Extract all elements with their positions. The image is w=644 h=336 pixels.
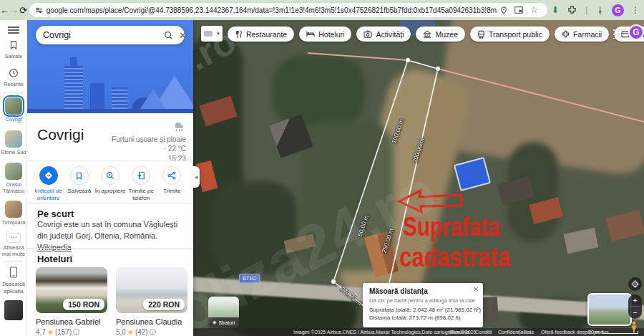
terms-link[interactable]: Condiții xyxy=(475,328,492,336)
location-pin-icon[interactable] xyxy=(500,6,507,14)
pip-icon[interactable] xyxy=(514,6,523,14)
share-button[interactable]: Trimite xyxy=(157,166,187,202)
chip-transit[interactable]: Transport public xyxy=(470,27,550,42)
save-button[interactable]: Salvează xyxy=(64,166,94,202)
search-box[interactable]: ✕ xyxy=(36,26,185,44)
account-avatar[interactable]: G xyxy=(628,24,644,40)
place-title: Covrigi xyxy=(37,126,84,143)
close-icon[interactable]: ✕ xyxy=(473,286,479,293)
pegman-icon[interactable] xyxy=(629,321,639,333)
restaurant-icon xyxy=(235,30,243,39)
hotel-photo: 150 RON xyxy=(36,267,107,313)
chip-pharmacies[interactable]: Farmacii xyxy=(555,27,609,42)
forward-icon[interactable]: → xyxy=(9,5,19,16)
layers-label: Straturi xyxy=(218,320,235,325)
zoom-out-button[interactable]: − xyxy=(628,307,642,318)
review-count: (42) xyxy=(135,328,148,336)
bookmark-star-icon[interactable]: ☆ xyxy=(530,5,538,15)
rail-chip-timisoara[interactable]: Timișoara xyxy=(0,201,27,226)
privacy-link[interactable]: Confidențialitate xyxy=(498,328,534,336)
address-bar[interactable]: google.com/maps/place/Covrigi/@44.738859… xyxy=(29,3,547,17)
hamburger-icon[interactable] xyxy=(8,27,19,34)
hotel-card-claudia[interactable]: 220 RON Pensiunea Claudia 5,0 ★ (42) i xyxy=(116,267,187,336)
rail-show-more[interactable]: ⋯ Afișează mai multe xyxy=(0,233,27,258)
collapse-panel-handle[interactable]: ◂ xyxy=(192,166,200,188)
browser-toolbar: ← → ⟳ google.com/maps/place/Covrigi/@44.… xyxy=(0,0,644,20)
wikipedia-link[interactable]: Wikipedia xyxy=(37,243,72,251)
info-icon[interactable]: i xyxy=(150,329,156,335)
photo-thumbnail[interactable] xyxy=(4,300,23,320)
rail-chip-talmaciu[interactable]: Orașul Tălmaciu xyxy=(0,163,27,195)
download-update-icon[interactable]: ⬇ xyxy=(552,5,559,15)
measure-vertex[interactable] xyxy=(436,67,441,72)
search-icon[interactable] xyxy=(164,31,173,40)
reload-icon[interactable]: ⟳ xyxy=(19,5,28,16)
measure-vertex[interactable] xyxy=(331,279,336,284)
zoom-controls[interactable]: + − xyxy=(628,294,642,319)
measure-vertex[interactable] xyxy=(406,58,411,63)
divider xyxy=(3,92,24,93)
minimap-icon xyxy=(204,31,213,37)
attribution-bar: Imagini ©2025 Airbus,CNES / Airbus,Maxar… xyxy=(193,328,644,336)
share-icon xyxy=(162,166,181,185)
extensions-icon[interactable] xyxy=(567,6,577,15)
popup-area: Suprafața totală: 2.042,48 m² (21.985,02… xyxy=(369,307,477,313)
illustration-building xyxy=(64,66,83,113)
map-mode-toggle[interactable]: ▼ xyxy=(201,26,223,42)
illustration-building xyxy=(70,57,77,67)
hotel-card-gabriel[interactable]: 150 RON Pensiunea Gabriel 4,7 ★ (157) i xyxy=(36,267,107,336)
bookmark-icon xyxy=(9,40,19,50)
rail-recents[interactable]: Recente xyxy=(0,68,27,87)
menu-dots-icon[interactable]: ⋮ xyxy=(631,5,640,15)
storm-cloud-icon xyxy=(172,120,186,132)
country-label[interactable]: România xyxy=(449,328,469,336)
clear-search-icon[interactable]: ✕ xyxy=(179,30,187,41)
place-thumbnail xyxy=(5,130,22,148)
about-description: Covrigi este un sat în comuna Văgiulești… xyxy=(37,220,177,240)
annotation-line1: Suprafata xyxy=(403,212,500,242)
chip-museums[interactable]: Muzee xyxy=(416,27,465,42)
rail-get-app[interactable]: Descarcă aplicația xyxy=(0,267,27,294)
downloads-icon[interactable]: ⭳ xyxy=(596,5,605,15)
rail-saved[interactable]: Salvate xyxy=(0,40,27,59)
measure-popup: Măsoară distanța ✕ Dă clic pe hartă pent… xyxy=(363,283,483,327)
hotel-bed-icon xyxy=(306,30,315,38)
hotel-name: Pensiunea Claudia xyxy=(116,317,187,326)
satellite-map[interactable]: 100,00 m 50,00 m 200,00 m 250,00 m 273,7… xyxy=(193,20,644,336)
chip-restaurants[interactable]: Restaurante xyxy=(228,27,294,42)
chip-activities[interactable]: Activități xyxy=(356,27,411,42)
layers-control[interactable]: ◈Straturi xyxy=(208,297,239,327)
browser-avatar[interactable]: G xyxy=(612,4,624,16)
streetview-thumbnail[interactable] xyxy=(587,293,632,326)
divider xyxy=(27,160,193,161)
review-count: (157) xyxy=(55,328,72,336)
about-heading: Pe scurt xyxy=(37,208,74,219)
my-location-icon xyxy=(631,280,639,288)
place-thumbnail xyxy=(5,201,22,218)
divider xyxy=(27,203,193,204)
rail-chip-eforie[interactable]: Eforie Sud xyxy=(0,130,27,155)
rubber-band-line xyxy=(308,53,408,60)
hotel-photo: 220 RON xyxy=(116,267,187,313)
screenshot-frame: ← → ⟳ google.com/maps/place/Covrigi/@44.… xyxy=(0,0,644,336)
chip-hotels[interactable]: Hoteluri xyxy=(299,27,351,42)
camera-icon xyxy=(364,30,372,38)
nearby-button[interactable]: În apropiere xyxy=(94,166,125,202)
info-icon[interactable]: i xyxy=(73,329,79,335)
directions-button[interactable]: Indicații de orientare xyxy=(33,166,64,202)
weather-temp: · 22 °C xyxy=(100,144,186,154)
rating-value: 5,0 xyxy=(116,328,126,336)
rating-value: 4,7 xyxy=(36,328,46,336)
apps-grid-icon[interactable] xyxy=(612,28,623,39)
my-location-button[interactable] xyxy=(628,277,642,291)
zoom-in-button[interactable]: + xyxy=(628,294,642,306)
popup-distance: Distanța totală: 273,72 m (898,02 ft) xyxy=(369,315,477,321)
place-thumbnail xyxy=(5,97,22,115)
send-to-phone-button[interactable]: Trimite pe telefon xyxy=(126,166,157,202)
hotel-name: Pensiunea Gabriel xyxy=(36,317,107,326)
search-input[interactable] xyxy=(43,30,158,40)
back-icon[interactable]: ← xyxy=(0,5,9,16)
rail-chip-covrigi[interactable]: Covrigi xyxy=(0,97,27,123)
site-info-icon[interactable] xyxy=(35,6,43,14)
price-badge: 220 RON xyxy=(143,299,185,310)
